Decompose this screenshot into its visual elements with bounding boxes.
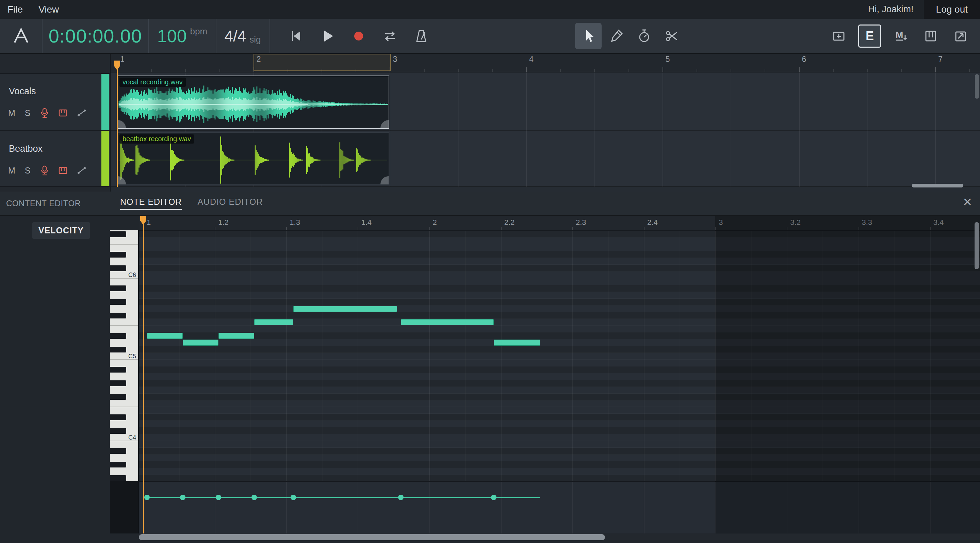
audio-clip[interactable]: vocal recording.wav <box>117 76 389 129</box>
bpm-value[interactable]: 100 <box>157 26 187 46</box>
tab-note-editor[interactable]: NOTE EDITOR <box>120 197 182 210</box>
beat-label: 3.2 <box>790 218 801 227</box>
piano-key-black[interactable] <box>110 367 126 373</box>
tab-audio-editor[interactable]: AUDIO EDITOR <box>197 197 263 210</box>
velocity-button[interactable]: VELOCITY <box>32 222 90 239</box>
velocity-node[interactable] <box>291 495 296 500</box>
time-display[interactable]: 0:00:00.00 <box>43 19 148 53</box>
piano-key-black[interactable] <box>110 252 126 257</box>
beat-label: 1.4 <box>361 218 372 227</box>
note-row <box>139 258 980 265</box>
split-tool-button[interactable] <box>659 23 685 49</box>
app-logo[interactable] <box>0 19 42 53</box>
piano-panel-button[interactable] <box>920 25 941 47</box>
logout-button[interactable]: Log out <box>924 0 980 19</box>
midi-note[interactable] <box>254 319 294 325</box>
mute-button[interactable]: M <box>8 108 15 118</box>
metronome-button[interactable] <box>413 28 430 44</box>
piano-key-black[interactable] <box>110 333 126 339</box>
piano-key-black[interactable] <box>110 347 126 352</box>
toolbar-divider <box>269 19 270 53</box>
midi-note[interactable] <box>183 340 218 346</box>
play-button[interactable] <box>319 28 336 44</box>
sig-value[interactable]: 4/4 <box>224 27 246 45</box>
stopwatch-tool-button[interactable] <box>631 23 657 49</box>
piano-key-black[interactable] <box>110 313 126 318</box>
automation-icon[interactable] <box>77 108 86 117</box>
piano-key-black[interactable] <box>110 475 126 481</box>
h-scrollbar-thumb[interactable] <box>139 534 605 540</box>
note-row <box>139 299 980 305</box>
instrument-icon[interactable] <box>59 166 67 175</box>
timeline-body[interactable]: vocal recording.wavbeatbox recording.wav <box>111 53 980 192</box>
velocity-node[interactable] <box>491 495 496 500</box>
midi-note[interactable] <box>293 306 397 312</box>
midi-note[interactable] <box>494 340 540 346</box>
menu-file[interactable]: File <box>8 4 23 15</box>
automation-icon[interactable] <box>77 166 86 175</box>
piano-key-black[interactable] <box>110 462 126 467</box>
record-button[interactable] <box>350 28 367 44</box>
mute-button[interactable]: M <box>8 166 15 176</box>
midi-note[interactable] <box>218 333 254 339</box>
v-scrollbar-thumb[interactable] <box>975 74 979 98</box>
loop-region[interactable] <box>253 54 391 71</box>
note-row <box>139 468 980 475</box>
timeline-lane[interactable]: vocal recording.wav <box>111 73 980 131</box>
piano-key-black[interactable] <box>110 231 126 237</box>
piano-key-black[interactable] <box>110 394 126 400</box>
close-editor-button[interactable]: × <box>963 194 972 209</box>
pen-icon <box>608 28 624 44</box>
loop-button[interactable] <box>382 28 398 44</box>
add-view-button[interactable] <box>828 25 850 47</box>
select-tool-button[interactable] <box>575 23 601 49</box>
piano-key-black[interactable] <box>110 380 126 386</box>
h-scrollbar-thumb[interactable] <box>912 184 963 187</box>
midi-note[interactable] <box>147 333 183 339</box>
piano-key-black[interactable] <box>110 428 126 434</box>
menu-view[interactable]: View <box>38 4 59 15</box>
input-monitor-icon[interactable] <box>40 165 49 176</box>
piano-key-black[interactable] <box>110 265 126 271</box>
skip-to-start-button[interactable] <box>288 28 304 44</box>
velocity-lane[interactable] <box>139 481 980 533</box>
velocity-node[interactable] <box>144 495 150 500</box>
timeline-lane[interactable]: beatbox recording.wav <box>111 131 980 187</box>
piano-keyboard[interactable]: C6C5C4 <box>110 230 139 481</box>
midi-note[interactable] <box>401 319 494 325</box>
grid-line <box>787 482 788 533</box>
piano-key-black[interactable] <box>110 448 126 454</box>
v-scrollbar-thumb[interactable] <box>975 222 979 269</box>
velocity-node[interactable] <box>216 495 221 500</box>
velocity-node[interactable] <box>398 495 404 500</box>
editor-h-scrollbar[interactable] <box>139 534 980 540</box>
track-name: Beatbox <box>9 144 43 154</box>
note-grid[interactable] <box>139 230 980 481</box>
velocity-node[interactable] <box>180 495 185 500</box>
library-button[interactable] <box>950 25 971 47</box>
editor-toggle-button[interactable]: E <box>858 24 881 48</box>
editor-ruler[interactable]: 11.21.31.422.22.32.433.23.33.4 <box>139 215 980 231</box>
bpm-display[interactable]: 100 bpm <box>149 19 216 53</box>
piano-key-black[interactable] <box>110 414 126 420</box>
input-monitor-icon[interactable] <box>40 108 49 118</box>
velocity-node[interactable] <box>251 495 257 500</box>
note-row <box>139 285 980 292</box>
track-header[interactable]: VocalsMS <box>0 73 110 131</box>
ruler-tick <box>526 67 527 72</box>
note-row <box>139 332 980 339</box>
audio-clip[interactable]: beatbox recording.wav <box>117 132 389 185</box>
solo-button[interactable]: S <box>25 166 30 176</box>
grid-line <box>358 482 358 533</box>
piano-key-black[interactable] <box>110 286 126 291</box>
timeline: vocal recording.wavbeatbox recording.wav… <box>111 53 980 192</box>
instrument-icon[interactable] <box>59 108 67 117</box>
piano-key-black[interactable] <box>110 299 126 305</box>
solo-button[interactable]: S <box>25 108 30 118</box>
time-signature-display[interactable]: 4/4 sig <box>216 19 269 53</box>
draw-tool-button[interactable] <box>603 23 630 49</box>
midi-merge-button[interactable]: M <box>890 25 911 47</box>
timeline-ruler[interactable]: 1234567 <box>111 53 980 73</box>
track-header[interactable]: BeatboxMS <box>0 131 110 187</box>
note-row <box>139 346 980 353</box>
